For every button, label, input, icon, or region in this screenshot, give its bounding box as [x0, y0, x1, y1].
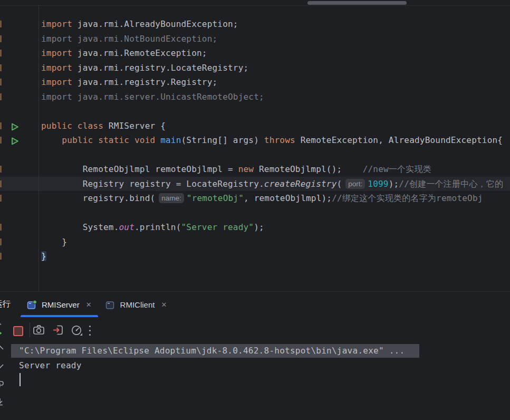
attach-debugger-icon[interactable] — [53, 324, 64, 336]
run-tabs: RMIServer✕RMIClient✕ — [20, 292, 174, 317]
console-line[interactable]: "C:\Program Files\Eclipse Adoptium\jdk-8… — [11, 343, 419, 358]
code-line[interactable]: RemoteObjlmpl remoteObjlmpl = new Remote… — [0, 162, 510, 177]
line-number-edge-mark — [0, 137, 2, 144]
code-editor[interactable]: import java.rmi.AlreadyBoundException;im… — [0, 6, 510, 291]
soft-wrap-icon[interactable] — [0, 380, 4, 388]
code-line[interactable]: import java.rmi.registry.LocateRegistry; — [0, 61, 510, 75]
line-number-edge-mark — [0, 180, 2, 187]
line-number-edge-mark — [0, 122, 2, 129]
next-occurrence-icon[interactable] — [0, 363, 4, 369]
toolbar-separator — [30, 322, 30, 337]
code-line[interactable] — [0, 206, 510, 221]
code-line[interactable]: import java.rmi.AlreadyBoundException; — [0, 17, 510, 32]
gutter-separator — [39, 6, 39, 291]
console-output[interactable]: "C:\Program Files\Eclipse Adoptium\jdk-8… — [0, 343, 510, 420]
run-toolbar — [0, 317, 510, 343]
console-line[interactable]: Server ready — [11, 358, 419, 373]
line-number-edge-mark — [0, 238, 2, 245]
tab-label: RMIServer — [42, 300, 80, 309]
code-line[interactable]: import java.rmi.NotBoundException; — [0, 32, 510, 46]
close-tab-icon[interactable]: ✕ — [161, 301, 167, 309]
prev-occurrence-icon[interactable] — [0, 345, 4, 351]
code-line[interactable]: import java.rmi.server.UnicastRemoteObje… — [0, 90, 510, 104]
scrollbar-thumb[interactable] — [307, 1, 407, 5]
thread-dump-camera-icon[interactable] — [33, 324, 45, 336]
run-tab-rmiserver[interactable]: RMIServer✕ — [20, 292, 99, 317]
console-tab-icon — [27, 300, 37, 310]
line-number-edge-mark — [0, 224, 2, 231]
code-line[interactable]: } — [0, 249, 510, 264]
code-line[interactable] — [0, 148, 510, 163]
more-options-icon[interactable] — [87, 325, 93, 338]
tool-window-title: 运行 — [0, 299, 11, 310]
line-number-edge-mark — [0, 253, 2, 260]
ide-window: import java.rmi.AlreadyBoundException;im… — [0, 0, 510, 420]
line-number-edge-mark — [0, 21, 2, 27]
profiler-icon[interactable] — [71, 324, 83, 337]
run-tool-window: 运行 RMIServer✕RMIClient✕ — [0, 291, 510, 420]
code-line[interactable] — [0, 104, 510, 119]
code-line[interactable]: import java.rmi.RemoteException; — [0, 46, 510, 61]
line-number-edge-mark — [0, 79, 2, 85]
console-caret — [20, 373, 21, 386]
code-line[interactable]: Registry registry = LocateRegistry.creat… — [0, 177, 510, 192]
code-line[interactable]: public class RMIServer { — [0, 119, 510, 133]
line-number-edge-mark — [0, 50, 2, 56]
console-tab-icon — [105, 300, 116, 310]
code-line[interactable]: System.out.println("Server ready"); — [0, 220, 510, 235]
stop-icon[interactable] — [13, 326, 23, 336]
parameter-hint: name: — [159, 193, 184, 203]
parameter-hint: port: — [345, 179, 365, 189]
editor-horizontal-scrollbar[interactable] — [0, 0, 510, 6]
line-number-edge-mark — [0, 93, 2, 100]
line-number-edge-mark — [0, 35, 2, 42]
scroll-to-end-icon[interactable] — [0, 398, 4, 406]
line-number-edge-mark — [0, 64, 2, 71]
close-tab-icon[interactable]: ✕ — [86, 301, 92, 309]
code-line[interactable]: registry.bind(name:"remoteObj", remoteOb… — [0, 191, 510, 206]
code-line[interactable]: import java.rmi.registry.Registry; — [0, 75, 510, 90]
run-tabbar: 运行 RMIServer✕RMIClient✕ — [0, 292, 510, 317]
line-number-edge-mark — [0, 195, 2, 202]
rerun-icon[interactable] — [0, 322, 6, 339]
code-lines: import java.rmi.AlreadyBoundException;im… — [0, 17, 510, 264]
run-tab-rmiclient[interactable]: RMIClient✕ — [99, 292, 174, 317]
console-lines: "C:\Program Files\Eclipse Adoptium\jdk-8… — [11, 343, 419, 373]
run-line-button[interactable] — [11, 136, 20, 145]
code-line[interactable]: public static void main(String[] args) t… — [0, 133, 510, 148]
line-number-edge-mark — [0, 166, 2, 173]
console-gutter — [0, 343, 11, 420]
tab-label: RMIClient — [120, 300, 155, 309]
run-line-button[interactable] — [11, 121, 20, 130]
code-line[interactable]: } — [0, 235, 510, 250]
